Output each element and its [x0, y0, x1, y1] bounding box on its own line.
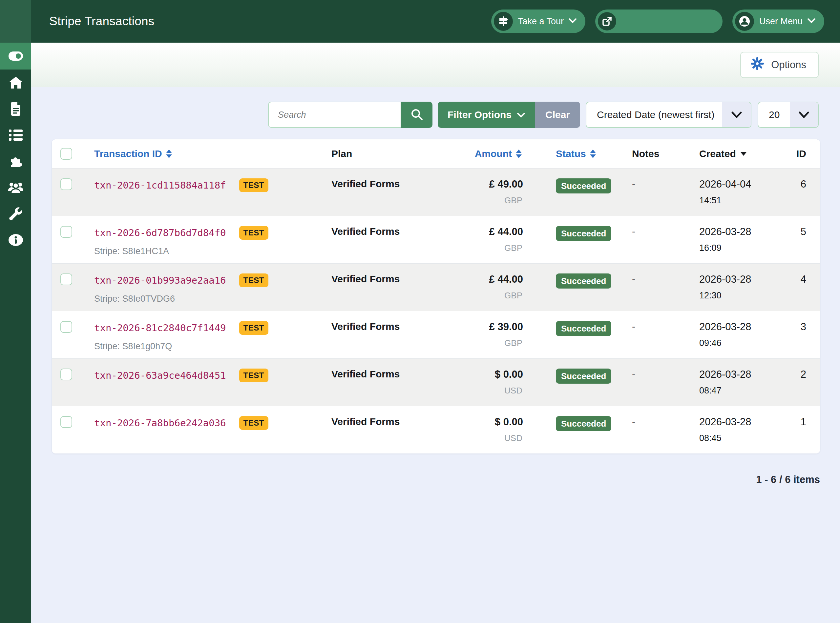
row-id-value: 6 — [762, 169, 820, 216]
puzzle-icon — [9, 155, 23, 168]
external-link-button[interactable] — [595, 9, 723, 33]
table-row: txn-2026-01b993a9e2aa16TESTStripe: S8Ie0… — [52, 263, 820, 311]
user-menu-label: User Menu — [759, 16, 803, 26]
row-id-value: 5 — [762, 216, 820, 263]
clear-button[interactable]: Clear — [535, 102, 580, 128]
row-id-value: 2 — [762, 359, 820, 406]
transaction-id-link[interactable]: txn-2026-01b993a9e2aa16 — [94, 275, 226, 286]
table-body: txn-2026-1cd115884a118fTESTVerified Form… — [52, 168, 820, 453]
transactions-table: Transaction ID Plan Amount Status Notes … — [52, 140, 820, 453]
test-badge: TEST — [239, 416, 268, 430]
chevron-down-icon — [790, 102, 818, 127]
transaction-id-link[interactable]: txn-2026-1cd115884a118f — [94, 180, 226, 191]
sidebar-item-users[interactable] — [0, 175, 31, 201]
row-id-value: 4 — [762, 264, 820, 311]
chevron-down-icon — [807, 18, 816, 25]
sidebar-item-list[interactable] — [0, 122, 31, 148]
pagination-summary: 1 - 6 / 6 items — [52, 474, 820, 486]
table-row: txn-2026-6d787b6d7d84f0TESTStripe: S8Ie1… — [52, 216, 820, 263]
currency-code: USD — [459, 386, 522, 396]
currency-code: GBP — [459, 338, 522, 348]
sidebar-item-addons[interactable] — [0, 148, 31, 175]
created-date: 2026-03-28 — [699, 368, 762, 381]
transaction-id-link[interactable]: txn-2026-7a8bb6e242a036 — [94, 417, 226, 428]
row-checkbox[interactable] — [60, 178, 72, 190]
currency-code: USD — [459, 433, 522, 443]
row-checkbox[interactable] — [60, 321, 72, 333]
info-icon — [8, 234, 23, 246]
status-badge: Succeeded — [556, 416, 611, 431]
created-date: 2026-04-04 — [699, 178, 762, 190]
column-header-plan: Plan — [311, 148, 459, 160]
sidebar-item-toggle[interactable] — [0, 43, 31, 69]
notes-value: - — [609, 359, 676, 406]
chevron-down-icon — [517, 109, 525, 120]
table-header-row: Transaction ID Plan Amount Status Notes … — [52, 140, 820, 168]
sort-order-select[interactable]: Created Date (newest first) — [586, 102, 751, 128]
column-header-transaction-id[interactable]: Transaction ID — [81, 148, 311, 160]
plan-value: Verified Forms — [311, 216, 459, 263]
created-date: 2026-03-28 — [699, 321, 762, 333]
row-id-value: 3 — [762, 311, 820, 358]
test-badge: TEST — [239, 321, 268, 335]
signpost-icon — [494, 12, 513, 31]
created-time: 09:46 — [699, 338, 762, 348]
options-button[interactable]: Options — [740, 52, 818, 78]
test-badge: TEST — [239, 178, 268, 192]
transaction-id-link[interactable]: txn-2026-63a9ce464d8451 — [94, 370, 226, 381]
page-size-value: 20 — [758, 109, 790, 120]
test-badge: TEST — [239, 273, 268, 287]
transaction-id-link[interactable]: txn-2026-81c2840c7f1449 — [94, 322, 226, 333]
column-header-amount[interactable]: Amount — [459, 148, 523, 160]
sidebar-item-tools[interactable] — [0, 201, 31, 227]
table-row: txn-2026-63a9ce464d8451TESTVerified Form… — [52, 358, 820, 406]
column-header-created[interactable]: Created — [676, 148, 762, 160]
row-checkbox[interactable] — [60, 416, 72, 428]
row-id-value: 1 — [762, 406, 820, 453]
search-button[interactable] — [401, 102, 432, 128]
created-date: 2026-03-28 — [699, 273, 762, 285]
status-badge: Succeeded — [556, 178, 611, 193]
row-checkbox[interactable] — [60, 273, 72, 285]
take-a-tour-button[interactable]: Take a Tour — [491, 9, 585, 33]
row-checkbox[interactable] — [60, 226, 72, 238]
amount-value: £ 49.00 — [459, 178, 523, 190]
sidebar-item-info[interactable] — [0, 227, 31, 253]
sidebar-item-documents[interactable] — [0, 96, 31, 122]
created-time: 08:47 — [699, 386, 762, 396]
notes-value: - — [609, 169, 676, 216]
test-badge: TEST — [239, 226, 268, 240]
top-header: Stripe Transactions Take a Tour User Men… — [31, 0, 840, 43]
search-input[interactable] — [268, 102, 401, 128]
sidebar-item-home[interactable] — [0, 69, 31, 96]
options-label: Options — [771, 59, 806, 71]
currency-code: GBP — [459, 195, 522, 206]
users-icon — [8, 182, 24, 193]
table-row: txn-2026-1cd115884a118fTESTVerified Form… — [52, 168, 820, 216]
amount-value: £ 44.00 — [459, 273, 523, 285]
filter-options-label: Filter Options — [448, 109, 512, 120]
toolbar: Filter Options Clear Created Date (newes… — [31, 102, 840, 128]
column-header-status[interactable]: Status — [523, 148, 609, 160]
table-row: txn-2026-7a8bb6e242a036TESTVerified Form… — [52, 406, 820, 453]
created-time: 08:45 — [699, 433, 762, 443]
options-band: Options — [31, 43, 840, 87]
user-menu-button[interactable]: User Menu — [732, 9, 824, 33]
external-link-icon — [598, 12, 616, 31]
notes-value: - — [609, 406, 676, 453]
filter-options-button[interactable]: Filter Options — [438, 102, 535, 128]
created-time: 16:09 — [699, 243, 762, 253]
sort-icon — [590, 149, 596, 158]
plan-value: Verified Forms — [311, 264, 459, 311]
document-icon — [10, 102, 22, 116]
chevron-down-icon — [722, 102, 751, 127]
search-icon — [410, 108, 423, 122]
amount-value: £ 44.00 — [459, 226, 523, 238]
row-checkbox[interactable] — [60, 368, 72, 381]
select-all-checkbox[interactable] — [60, 148, 72, 160]
transaction-id-link[interactable]: txn-2026-6d787b6d7d84f0 — [94, 227, 226, 238]
sort-icon — [516, 149, 522, 158]
page-size-select[interactable]: 20 — [758, 102, 818, 128]
plan-value: Verified Forms — [311, 169, 459, 216]
created-time: 14:51 — [699, 195, 762, 206]
